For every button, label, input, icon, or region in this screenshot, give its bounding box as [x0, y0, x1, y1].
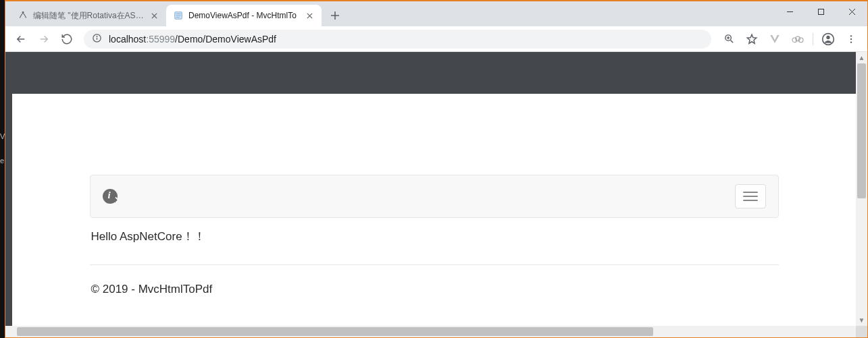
extension-v-icon[interactable] — [764, 29, 786, 49]
bg-text: e — [0, 157, 5, 165]
svg-marker-14 — [747, 34, 757, 43]
vertical-scrollbar[interactable]: ▲ ▼ — [856, 52, 867, 326]
scroll-down-arrow-icon[interactable]: ▼ — [856, 314, 867, 326]
browser-window: 编辑随笔 "使用Rotativa在ASP.N DemoViewAsPdf - M… — [5, 0, 868, 338]
menu-dots-icon[interactable] — [840, 29, 862, 49]
horizontal-scrollbar[interactable] — [5, 326, 856, 337]
url-port: :55999 — [146, 34, 175, 45]
window-controls — [774, 1, 867, 22]
bg-text: V — [0, 132, 5, 140]
scroll-corner — [856, 326, 867, 337]
svg-point-20 — [850, 35, 852, 36]
url-path: /Demo/DemoViewAsPdf — [175, 34, 276, 45]
vertical-scroll-thumb[interactable] — [857, 63, 866, 198]
tab-favicon-icon — [173, 10, 184, 21]
url-text: localhost:55999/Demo/DemoViewAsPdf — [109, 34, 276, 45]
page-viewport: Hello AspNetCore！！ © 2019 - MvcHtmlToPdf… — [5, 52, 867, 337]
bookmark-star-icon[interactable] — [741, 29, 763, 49]
svg-point-21 — [850, 38, 852, 39]
svg-line-11 — [730, 40, 733, 43]
window-close-button[interactable] — [836, 1, 867, 22]
new-tab-button[interactable] — [326, 6, 344, 25]
info-brand-icon[interactable] — [103, 189, 118, 204]
horizontal-scroll-thumb[interactable] — [17, 327, 653, 336]
svg-point-0 — [22, 11, 24, 13]
tab-active[interactable]: DemoViewAsPdf - MvcHtmlTo — [166, 5, 322, 26]
svg-point-19 — [826, 35, 829, 38]
tab-title: DemoViewAsPdf - MvcHtmlTo — [188, 11, 299, 20]
tab-strip: 编辑随笔 "使用Rotativa在ASP.N DemoViewAsPdf - M… — [5, 1, 867, 26]
address-bar[interactable]: localhost:55999/Demo/DemoViewAsPdf — [84, 30, 711, 49]
tab-favicon-icon — [18, 10, 28, 21]
svg-rect-6 — [818, 9, 823, 14]
minimize-button[interactable] — [774, 1, 805, 22]
extension-cloud-icon[interactable] — [787, 29, 809, 49]
url-host: localhost — [109, 34, 146, 45]
profile-avatar-icon[interactable] — [817, 29, 839, 49]
tab-title: 编辑随笔 "使用Rotativa在ASP.N — [33, 10, 144, 22]
site-info-icon[interactable] — [92, 33, 102, 45]
svg-point-9 — [97, 36, 97, 36]
scroll-up-arrow-icon[interactable]: ▲ — [856, 52, 867, 63]
footer-text: © 2019 - MvcHtmlToPdf — [90, 283, 779, 296]
page-grey-band — [12, 52, 856, 94]
zoom-icon[interactable] — [718, 29, 740, 49]
toolbar-right — [718, 29, 862, 49]
navbar-toggle-button[interactable] — [735, 184, 766, 208]
close-icon[interactable] — [304, 10, 315, 21]
back-button[interactable] — [11, 29, 31, 49]
close-icon[interactable] — [149, 10, 159, 21]
tab-inactive[interactable]: 编辑随笔 "使用Rotativa在ASP.N — [11, 5, 166, 26]
page-navbar — [90, 175, 779, 218]
toolbar-separator — [813, 33, 813, 45]
page-body: Hello AspNetCore！！ © 2019 - MvcHtmlToPdf — [12, 94, 856, 326]
greeting-text: Hello AspNetCore！！ — [90, 226, 779, 260]
background-left-strip: V e — [0, 0, 5, 338]
reload-button[interactable] — [57, 29, 77, 49]
maximize-button[interactable] — [805, 1, 836, 22]
divider — [90, 264, 779, 265]
page-container: Hello AspNetCore！！ © 2019 - MvcHtmlToPdf — [90, 175, 779, 296]
page-content-area: Hello AspNetCore！！ © 2019 - MvcHtmlToPdf — [12, 52, 856, 326]
svg-point-22 — [850, 41, 852, 43]
toolbar: localhost:55999/Demo/DemoViewAsPdf — [5, 26, 867, 52]
forward-button[interactable] — [34, 29, 54, 49]
